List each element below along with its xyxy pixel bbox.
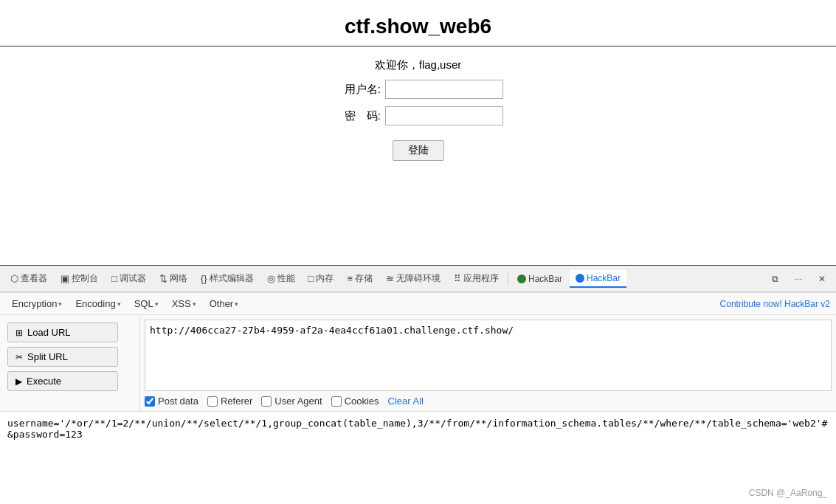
devtools-separator — [508, 273, 508, 285]
sql-chevron-icon: ▾ — [155, 300, 159, 308]
user-agent-checkbox[interactable] — [261, 396, 272, 407]
tab-memory[interactable]: □ 内存 — [303, 269, 340, 288]
post-data-area: username='/*or/**/1=2/**/union/**/select… — [0, 411, 836, 470]
load-url-button[interactable]: ⊞ Load URL — [7, 322, 118, 342]
hackbar-actions: ⊞ Load URL ✂ Split URL ▶ Execute — [0, 315, 140, 411]
execute-icon: ▶ — [15, 376, 22, 387]
menu-encryption[interactable]: Encryption ▾ — [6, 296, 68, 311]
perf-icon: ◎ — [267, 273, 275, 284]
csdn-watermark: CSDN @_AaRong_ — [749, 488, 827, 498]
hackbar-main: ⊞ Load URL ✂ Split URL ▶ Execute http://… — [0, 315, 836, 411]
username-input[interactable] — [385, 80, 503, 99]
debugger-icon: □ — [111, 273, 117, 284]
tab-hackbar2[interactable]: HackBar — [570, 270, 626, 288]
tab-inspector[interactable]: ⬡ 查看器 — [4, 269, 53, 288]
username-label: 用户名: — [333, 83, 381, 97]
menu-other[interactable]: Other ▾ — [204, 296, 245, 311]
menu-sql[interactable]: SQL ▾ — [128, 296, 165, 311]
tab-storage[interactable]: ≡ 存储 — [341, 269, 379, 288]
dock-button[interactable]: ⧉ — [766, 271, 784, 287]
user-agent-checkbox-label[interactable]: User Agent — [261, 396, 322, 407]
encryption-chevron-icon: ▾ — [58, 300, 62, 308]
tab-network[interactable]: ⇅ 网络 — [153, 269, 193, 288]
devtools-bar: ⬡ 查看器 ▣ 控制台 □ 调试器 ⇅ 网络 {} 样式编辑器 ◎ 性能 □ 内… — [0, 266, 836, 292]
encoding-chevron-icon: ▾ — [117, 300, 121, 308]
referer-checkbox[interactable] — [207, 396, 218, 407]
password-label: 密 码: — [333, 109, 381, 123]
url-controls: Post data Referer User Agent Cookies Cle… — [145, 396, 832, 407]
split-url-icon: ✂ — [15, 352, 23, 362]
apps-icon: ⠿ — [454, 273, 461, 284]
more-button[interactable]: ··· — [789, 271, 808, 287]
inspector-icon: ⬡ — [10, 273, 18, 284]
contribute-link[interactable]: Contribute now! HackBar v2 — [720, 299, 830, 309]
welcome-text: 欢迎你，flag,user — [375, 58, 462, 72]
hackbar-url-area: http://406cca27-27b4-4959-af2a-4ea4ccf61… — [140, 315, 836, 411]
page-title: ctf.show_web6 — [345, 15, 491, 38]
cookies-checkbox-label[interactable]: Cookies — [331, 396, 379, 407]
password-row: 密 码: — [333, 106, 503, 125]
hackbar-panel: Encryption ▾ Encoding ▾ SQL ▾ XSS ▾ Othe… — [0, 292, 836, 470]
hackbar2-dot-icon — [576, 274, 584, 283]
split-url-button[interactable]: ✂ Split URL — [7, 347, 118, 367]
tab-debugger[interactable]: □ 调试器 — [106, 269, 152, 288]
tab-console[interactable]: ▣ 控制台 — [55, 269, 104, 288]
memory-icon: □ — [308, 273, 314, 284]
username-row: 用户名: — [333, 80, 503, 99]
password-input[interactable] — [385, 106, 503, 125]
storage-icon: ≡ — [347, 273, 353, 284]
close-devtools-button[interactable]: ✕ — [812, 271, 832, 287]
hackbar1-dot-icon — [517, 275, 526, 283]
network-icon: ⇅ — [159, 273, 167, 284]
console-icon: ▣ — [61, 273, 69, 284]
referer-checkbox-label[interactable]: Referer — [207, 396, 252, 407]
tab-style[interactable]: {} 样式编辑器 — [195, 269, 260, 288]
page-divider — [0, 46, 836, 46]
style-icon: {} — [201, 273, 207, 284]
tab-accessibility[interactable]: ≋ 无障碍环境 — [380, 269, 446, 288]
load-url-icon: ⊞ — [15, 328, 23, 338]
hackbar-menu: Encryption ▾ Encoding ▾ SQL ▾ XSS ▾ Othe… — [0, 293, 836, 315]
menu-xss[interactable]: XSS ▾ — [166, 296, 202, 311]
devtools-actions: ⧉ ··· ✕ — [766, 271, 832, 287]
url-textarea[interactable]: http://406cca27-27b4-4959-af2a-4ea4ccf61… — [145, 320, 832, 391]
post-data-textarea[interactable]: username='/*or/**/1=2/**/union/**/select… — [3, 415, 833, 467]
menu-encoding[interactable]: Encoding ▾ — [69, 296, 126, 311]
tab-apps[interactable]: ⠿ 应用程序 — [448, 269, 505, 288]
post-data-checkbox-label[interactable]: Post data — [145, 396, 198, 407]
xss-chevron-icon: ▾ — [193, 300, 196, 308]
tab-hackbar1[interactable]: HackBar — [511, 271, 568, 287]
clear-all-button[interactable]: Clear All — [388, 396, 424, 407]
tab-performance[interactable]: ◎ 性能 — [261, 269, 301, 288]
cookies-checkbox[interactable] — [331, 396, 342, 407]
browser-content: ctf.show_web6 欢迎你，flag,user 用户名: 密 码: 登陆 — [0, 0, 836, 266]
other-chevron-icon: ▾ — [235, 300, 238, 308]
post-data-checkbox[interactable] — [145, 396, 155, 407]
accessibility-icon: ≋ — [386, 273, 394, 284]
execute-button[interactable]: ▶ Execute — [7, 371, 118, 391]
login-button[interactable]: 登陆 — [393, 140, 444, 161]
